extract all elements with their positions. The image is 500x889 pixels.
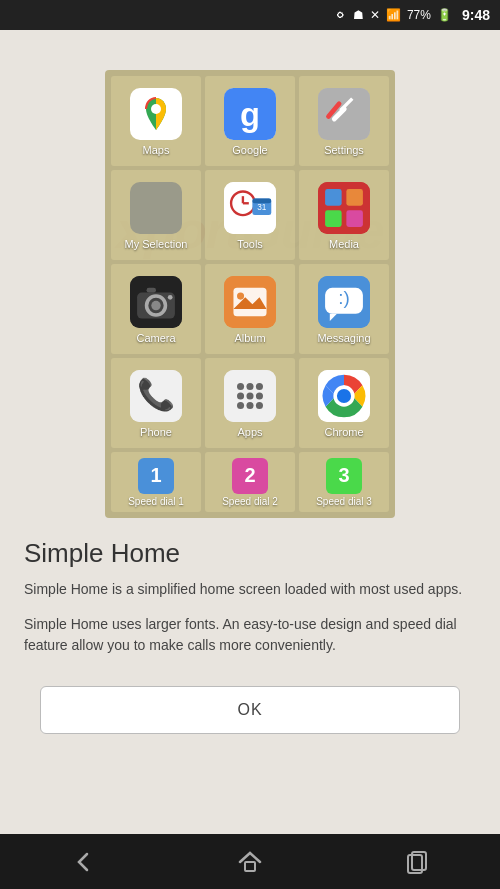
- description-1: Simple Home is a simplified home screen …: [24, 579, 476, 600]
- status-bar: ⭘ ☗ ✕ 📶 77% 🔋 9:48: [0, 0, 500, 30]
- app-messaging[interactable]: :) Messaging: [299, 264, 389, 354]
- back-button[interactable]: [53, 842, 113, 882]
- messaging-icon: :): [318, 276, 370, 328]
- app-settings[interactable]: Settings: [299, 76, 389, 166]
- tools-icon: 31: [224, 182, 276, 234]
- apps-label: Apps: [237, 426, 262, 438]
- signal-icon: 📶: [386, 8, 401, 22]
- messaging-label: Messaging: [317, 332, 370, 344]
- chrome-icon: [318, 370, 370, 422]
- phone-icon: 📞: [130, 370, 182, 422]
- ok-button-container: OK: [0, 666, 500, 754]
- svg-text:g: g: [240, 96, 260, 133]
- description-section: Simple Home Simple Home is a simplified …: [0, 518, 500, 666]
- camera-label: Camera: [136, 332, 175, 344]
- app-grid: Maps g Google: [111, 76, 389, 448]
- app-camera[interactable]: Camera: [111, 264, 201, 354]
- svg-point-28: [237, 293, 244, 300]
- headset-icon: ☗: [353, 8, 364, 22]
- media-icon: [318, 182, 370, 234]
- battery-percent: 77%: [407, 8, 431, 22]
- myselection-label: My Selection: [125, 238, 188, 250]
- google-icon: g: [224, 88, 276, 140]
- app-myselection[interactable]: My Selection: [111, 170, 201, 260]
- app-grid-popup: Maps g Google: [105, 70, 395, 518]
- app-maps[interactable]: Maps: [111, 76, 201, 166]
- maps-label: Maps: [143, 144, 170, 156]
- svg-point-40: [246, 392, 253, 399]
- svg-text:📞: 📞: [137, 376, 176, 413]
- app-tools[interactable]: 31 Tools: [205, 170, 295, 260]
- speed-dial-2-icon: 2: [232, 458, 268, 494]
- speed-dial-3[interactable]: 3 Speed dial 3: [299, 452, 389, 512]
- app-album[interactable]: Album: [205, 264, 295, 354]
- bluetooth-icon: ⭘: [335, 8, 347, 22]
- mute-icon: ✕: [370, 8, 380, 22]
- apps-icon: [224, 370, 276, 422]
- camera-icon: [130, 276, 182, 328]
- speed-dial-2[interactable]: 2 Speed dial 2: [205, 452, 295, 512]
- svg-point-22: [151, 301, 160, 310]
- bottom-navigation: [0, 834, 500, 889]
- svg-point-1: [151, 104, 161, 114]
- album-label: Album: [234, 332, 265, 344]
- status-time: 9:48: [462, 7, 490, 23]
- app-google[interactable]: g Google: [205, 76, 295, 166]
- speed-dial-1-icon: 1: [138, 458, 174, 494]
- svg-point-38: [256, 383, 263, 390]
- recent-apps-button[interactable]: [387, 842, 447, 882]
- svg-rect-4: [318, 88, 370, 140]
- speed-dial-1[interactable]: 1 Speed dial 1: [111, 452, 201, 512]
- chrome-label: Chrome: [324, 426, 363, 438]
- speed-dial-1-label: Speed dial 1: [128, 496, 184, 507]
- svg-text::): :): [338, 287, 350, 308]
- svg-point-42: [237, 402, 244, 409]
- svg-point-39: [237, 392, 244, 399]
- maps-icon: [130, 88, 182, 140]
- myselection-icon: [130, 182, 182, 234]
- app-apps[interactable]: Apps: [205, 358, 295, 448]
- phone-label: Phone: [140, 426, 172, 438]
- home-button[interactable]: [220, 842, 280, 882]
- description-2: Simple Home uses larger fonts. An easy-t…: [24, 614, 476, 656]
- svg-text:31: 31: [257, 203, 267, 212]
- app-phone[interactable]: 📞 Phone: [111, 358, 201, 448]
- svg-rect-18: [346, 210, 363, 227]
- svg-point-43: [246, 402, 253, 409]
- svg-point-37: [246, 383, 253, 390]
- media-label: Media: [329, 238, 359, 250]
- google-label: Google: [232, 144, 267, 156]
- svg-rect-15: [325, 189, 342, 206]
- app-media[interactable]: Media: [299, 170, 389, 260]
- svg-rect-23: [147, 288, 156, 293]
- settings-label: Settings: [324, 144, 364, 156]
- svg-point-41: [256, 392, 263, 399]
- battery-icon: 🔋: [437, 8, 452, 22]
- speed-dial-3-icon: 3: [326, 458, 362, 494]
- svg-rect-16: [346, 189, 363, 206]
- svg-point-24: [168, 295, 173, 300]
- svg-point-48: [337, 389, 351, 403]
- svg-rect-49: [245, 862, 255, 871]
- speed-dial-3-label: Speed dial 3: [316, 496, 372, 507]
- page-title: Simple Home: [24, 538, 476, 569]
- settings-icon: [318, 88, 370, 140]
- app-chrome[interactable]: Chrome: [299, 358, 389, 448]
- speed-dial-row: 1 Speed dial 1 2 Speed dial 2 3 Speed di…: [111, 452, 389, 512]
- album-icon: [224, 276, 276, 328]
- tools-label: Tools: [237, 238, 263, 250]
- main-content: xportGuide Maps: [0, 30, 500, 834]
- svg-rect-17: [325, 210, 342, 227]
- svg-point-36: [237, 383, 244, 390]
- speed-dial-2-label: Speed dial 2: [222, 496, 278, 507]
- ok-button[interactable]: OK: [40, 686, 460, 734]
- svg-point-44: [256, 402, 263, 409]
